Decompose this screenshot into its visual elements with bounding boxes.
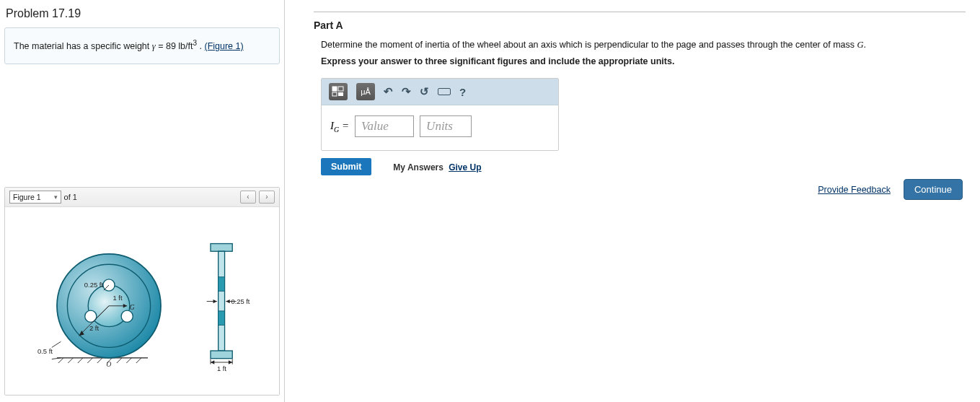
svg-line-1 [58,357,63,362]
svg-marker-38 [226,300,229,303]
answer-row: IG = Value Units [322,105,558,150]
svg-text:1 ft: 1 ft [112,293,122,301]
help-button[interactable]: ? [459,86,466,98]
svg-rect-33 [218,311,225,325]
svg-line-22 [52,341,61,347]
svg-text:0.25 ft: 0.25 ft [231,298,250,305]
figure-select-label: Figure 1 [13,193,41,201]
instruction-text: Express your answer to three significant… [321,56,966,66]
svg-text:2 ft: 2 ft [89,324,99,332]
figure-prev-button[interactable]: ‹ [240,191,256,204]
part-label: Part A [314,19,966,31]
svg-text:O: O [106,361,111,368]
svg-line-5 [97,357,102,362]
templates-button[interactable] [329,83,348,100]
redo-button[interactable]: ↷ [402,85,411,98]
figure-body: 0.25 ft 1 ft 2 ft G O 0.5 ft [5,207,279,395]
reset-button[interactable]: ↺ [420,85,429,98]
suffix-text: . [197,41,204,51]
figure-panel: Figure 1 ▾ of 1 ‹ › [4,187,280,396]
statement-text: The material has a specific weight [14,41,152,51]
provide-feedback-link[interactable]: Provide Feedback [818,185,891,195]
svg-line-8 [126,357,131,362]
svg-rect-47 [338,87,343,91]
figure-wheel-front: 0.25 ft 1 ft 2 ft G O 0.5 ft [37,240,167,370]
figure-select[interactable]: Figure 1 ▾ [9,191,61,204]
svg-rect-49 [338,92,343,96]
svg-marker-43 [211,360,214,364]
svg-text:1 ft: 1 ft [217,364,226,372]
figure-link[interactable]: (Figure 1) [204,41,243,51]
value-input[interactable]: Value [355,115,414,137]
svg-line-7 [117,357,122,362]
answer-input-area: μÅ ↶ ↷ ↺ ? IG = Value Units [321,78,559,151]
figure-header: Figure 1 ▾ of 1 ‹ › [5,188,279,207]
answer-lhs: IG = [330,120,349,134]
question-text: Determine the moment of inertia of the w… [321,40,966,51]
lhs-eq: = [339,120,349,131]
svg-rect-48 [332,92,337,96]
unit-text: lb/ft [178,41,193,51]
figure-wheel-side: 0.25 ft 1 ft [199,236,257,373]
svg-rect-46 [332,87,337,91]
svg-line-3 [78,357,83,362]
svg-text:G: G [130,304,135,311]
figure-next-button[interactable]: › [259,191,275,204]
chevron-down-icon: ▾ [54,193,58,201]
question-period: . [864,40,866,50]
input-toolbar: μÅ ↶ ↷ ↺ ? [322,79,558,105]
svg-rect-31 [218,251,225,351]
submit-row: Submit My Answers Give Up [321,158,966,175]
figure-of-label: of 1 [64,193,77,201]
svg-text:0.25 ft: 0.25 ft [84,280,104,288]
svg-rect-34 [211,351,232,359]
svg-rect-32 [218,276,225,291]
svg-text:0.5 ft: 0.5 ft [37,347,53,355]
svg-line-23 [52,357,61,359]
my-answers-label: My Answers [393,162,443,172]
svg-marker-44 [229,360,232,364]
svg-line-2 [68,357,73,362]
keyboard-icon[interactable] [438,87,451,97]
svg-line-9 [136,357,141,362]
svg-marker-36 [213,300,217,303]
footer-row: Provide Feedback Continue [818,179,963,200]
question-body: Determine the moment of inertia of the w… [321,40,857,50]
units-input[interactable]: Units [420,115,472,137]
give-up-link[interactable]: Give Up [449,162,481,172]
continue-button[interactable]: Continue [904,179,963,200]
equals-text: = 89 [156,41,179,51]
divider [314,12,966,12]
problem-title: Problem 17.19 [6,7,280,20]
undo-button[interactable]: ↶ [384,85,393,98]
symbols-button[interactable]: μÅ [356,83,375,100]
problem-statement: The material has a specific weight γ = 8… [4,27,280,64]
svg-point-14 [121,310,133,322]
var-g: G [857,40,864,50]
submit-button[interactable]: Submit [321,158,371,175]
svg-line-4 [87,357,92,362]
svg-rect-30 [211,243,232,251]
